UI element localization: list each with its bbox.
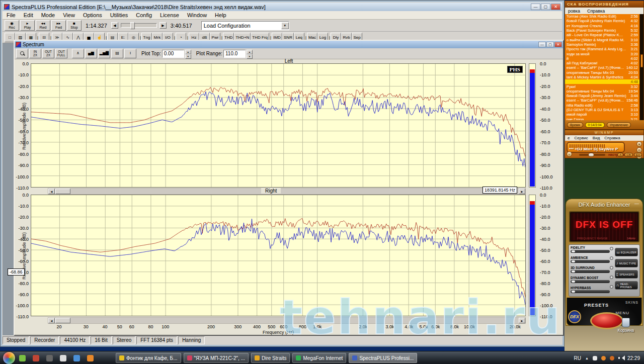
playlist-title-bar[interactable]: СКА ВОСПРОИЗВЕДЕНИЯ <box>565 1 643 8</box>
menu-item[interactable]: Options <box>79 12 106 19</box>
plot-view-button[interactable]: ▤ <box>111 49 123 58</box>
seek-back-button[interactable]: ◀ <box>111 22 118 29</box>
playlist-item[interactable]: опоративные Танцы Mix 0419:54 <box>565 89 639 94</box>
winamp-toggle[interactable]: CB <box>624 153 632 157</box>
plot-view-button[interactable]: ▄▆ <box>85 49 97 58</box>
recycle-bin[interactable]: Корзина <box>613 318 639 333</box>
dfx-knob[interactable] <box>610 247 613 250</box>
plot-view-button[interactable]: ∧ <box>72 49 84 58</box>
spectrum-maximize-button[interactable]: ▢ <box>546 42 554 47</box>
transport-button[interactable]: ■Stop <box>67 20 82 31</box>
winamp-prev-button[interactable]: « <box>567 151 572 157</box>
dfx-slider[interactable] <box>571 280 610 283</box>
quick-launch-icon[interactable] <box>60 355 66 361</box>
playlist-item[interactable]: Просто так (Rammed & Andy Lig…3:21 <box>565 47 639 51</box>
dfx-mode-button[interactable]: ∩HEAD-PHONES <box>615 281 638 290</box>
scroll-right-icon[interactable]: ▶ <box>519 318 525 323</box>
playlist-item[interactable]: опоративные Танцы Mix 0320:53 <box>565 70 639 75</box>
right-plot-scrollbar[interactable]: ◀ ▶ <box>48 317 526 324</box>
playlist-item[interactable]: (DJ GENY TUR & DJ SHULIS & T3:13 <box>565 108 639 112</box>
spectrum-minimize-button[interactable]: — <box>538 42 546 47</box>
dfx-knob[interactable] <box>610 256 613 260</box>
quick-launch-icon[interactable] <box>46 355 53 361</box>
menu-item[interactable]: License <box>156 12 183 19</box>
playlist-item[interactable]: ет Холодное Стекло4:16 <box>565 24 639 28</box>
dfx-slider-thumb[interactable] <box>572 260 575 262</box>
transport-button[interactable]: ▸▸Fwd <box>51 20 66 31</box>
menu-item[interactable]: Edit <box>20 12 37 19</box>
quick-launch-icon[interactable] <box>73 355 80 361</box>
scrollbar-thumb[interactable] <box>55 318 70 323</box>
winamp-menu-item[interactable]: Справка <box>604 136 620 140</box>
quick-launch-icon[interactable] <box>33 355 39 361</box>
winamp-menu-item[interactable]: Сервис <box>574 136 588 140</box>
winamp-menu-item[interactable]: Вид <box>593 136 600 140</box>
playlist-position-badge[interactable]: 0:14/3:04 <box>585 122 605 128</box>
menu-item[interactable]: Window <box>183 12 211 19</box>
menu-item[interactable]: View <box>59 12 79 19</box>
dfx-knob[interactable] <box>610 285 613 289</box>
playlist-item[interactable]: esent -- 'BarCaFF' (vol.7) [Фонм…140:12 <box>565 65 639 70</box>
dfx-slider[interactable] <box>571 250 610 253</box>
playlist-scrollbar-thumb[interactable] <box>640 54 643 67</box>
scroll-left-icon[interactable]: ◀ <box>48 189 55 194</box>
playlist-scrollbar[interactable] <box>639 14 643 120</box>
winamp-toggle[interactable]: A <box>617 153 623 157</box>
seek-slider[interactable] <box>121 23 157 28</box>
menu-item[interactable]: Mode <box>37 12 59 19</box>
playlist-item[interactable]: бовой Парой (Andrey Rain Remix)4:32 <box>565 19 639 23</box>
playlist-item[interactable]: ай Под Каблуком!4:02 <box>565 61 639 65</box>
start-button[interactable] <box>3 352 15 364</box>
playlist-manage-button[interactable]: Управление <box>607 122 631 128</box>
scrollbar-thumb[interactable] <box>55 189 70 194</box>
playlist-menu-item[interactable]: Справка <box>587 9 605 14</box>
dfx-presets-button[interactable]: PRESETS <box>584 303 609 308</box>
combobox-arrow-icon[interactable]: ▼ <box>281 22 289 29</box>
tray-icon-orange-2[interactable] <box>610 356 614 360</box>
playlist-item[interactable]: alli - Love On Repeat (Pilatov K…2:59 <box>565 33 639 37</box>
winamp-knob[interactable]: ⊙ <box>636 147 642 153</box>
plot-view-button[interactable]: I <box>124 49 136 58</box>
playlist-item[interactable]: ходи за мной3:20 <box>565 51 639 56</box>
tray-expand-icon[interactable]: ▲ <box>585 356 589 360</box>
playlist-item[interactable]: бимой Парой (Jimmy Jeam Remix)3:44 <box>565 94 639 98</box>
seek-slider-thumb[interactable] <box>130 22 135 29</box>
menu-item[interactable]: File <box>3 12 20 19</box>
dfx-slider-thumb[interactable] <box>572 250 575 252</box>
transport-button[interactable]: ◉Rec <box>5 20 19 31</box>
language-indicator[interactable]: RU <box>574 355 581 361</box>
transport-button[interactable]: ◂◂Rwd <box>36 20 50 31</box>
transport-button[interactable]: ▸Play <box>20 20 35 31</box>
dfx-mode-button[interactable]: ⚍EQUALIZER <box>615 248 638 256</box>
playlist-item[interactable]: имой парой3:10 <box>565 112 639 117</box>
playlist-item[interactable]: Samoylov Remix)3:36 <box>565 42 639 47</box>
dfx-slider[interactable] <box>571 290 610 293</box>
dfx-slider[interactable] <box>571 260 610 263</box>
plot-top-input[interactable]: 0.00 <box>162 50 184 58</box>
playlist-item[interactable]: lant & Mickey Martini & Synthetics4:04 <box>565 75 639 79</box>
config-combobox[interactable]: Load Configuration ▼ <box>201 21 289 30</box>
plot-view-button[interactable]: ▂▅▇ <box>98 49 110 58</box>
dfx-skins-button[interactable]: SKINS <box>625 301 638 304</box>
mouse-tray-icon[interactable] <box>593 356 597 360</box>
volume-icon[interactable] <box>618 355 623 360</box>
playlist-item[interactable]: о выйти (Slider & Magnit Radio M.3:10 <box>565 37 639 42</box>
spectrum-close-button[interactable]: ✕ <box>554 42 562 47</box>
playlist-time-button[interactable]: Время <box>567 122 583 128</box>
task-button[interactable]: SpectraPLUS Professi... <box>349 353 417 363</box>
zoom-scale-button[interactable]: OUT 2X <box>42 49 54 58</box>
dfx-slider[interactable] <box>571 270 610 273</box>
zoom-tool-button[interactable] <box>16 49 28 58</box>
winamp-volume-slider[interactable] <box>579 154 605 156</box>
close-button[interactable]: ✕ <box>551 4 560 10</box>
task-button[interactable]: "ЯУЗА МП-221С-2", ... <box>184 353 249 363</box>
winamp-display[interactable]: *** +DJ Mix+ Dj SkyWee P <box>567 142 625 153</box>
menu-item[interactable]: Config <box>132 12 156 19</box>
task-button[interactable]: Фонтик для Кафе, Б... <box>116 353 181 363</box>
dfx-slider-thumb[interactable] <box>572 270 575 272</box>
dfx-minimize-button[interactable]: — <box>634 201 639 206</box>
tray-icon-orange-1[interactable] <box>601 356 606 360</box>
dfx-knob[interactable] <box>610 276 613 279</box>
left-plot-scrollbar[interactable]: ◀ ▶ <box>48 188 526 195</box>
winamp-menu-item[interactable]: е <box>568 136 570 140</box>
